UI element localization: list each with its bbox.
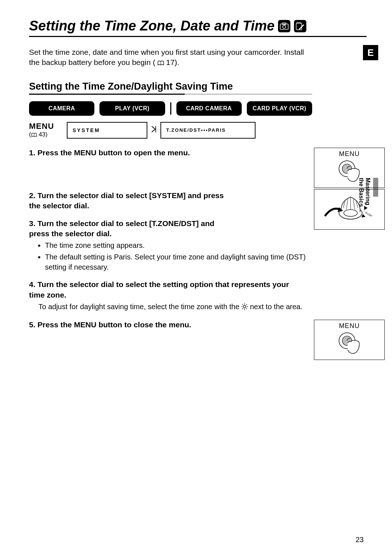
menu-box-system: SYSTEM: [67, 122, 147, 139]
svg-point-20: [244, 306, 246, 308]
step-2: 2. Turn the selector dial to select [SYS…: [29, 191, 312, 211]
step-5-illustration: MENU: [314, 320, 385, 360]
step-3-body: The time zone setting appears. The defau…: [38, 240, 312, 272]
intro-paragraph: Set the time zone, date and time when yo…: [29, 47, 305, 69]
section-heading: Setting the Time Zone/Daylight Saving Ti…: [29, 81, 367, 92]
manual-page: E Mastering the Basics Setting the Time …: [0, 0, 392, 557]
step-2-illustration: PUSH: [314, 189, 385, 230]
svg-line-26: [246, 308, 247, 309]
step-1-illustration: MENU: [314, 148, 385, 188]
mode-card-play-vcr: CARD PLAY (VCR): [247, 101, 312, 116]
menu-button-press-icon: [337, 159, 362, 183]
page-number: 23: [356, 536, 364, 544]
step-2-heading: 2. Turn the selector dial to select [SYS…: [29, 191, 225, 211]
title-rule: [29, 36, 367, 37]
svg-line-25: [242, 304, 243, 305]
card-camera-icon: [278, 20, 290, 32]
step-3-bullet-2: The default setting is Paris. Select you…: [45, 252, 312, 272]
mode-camera: CAMERA: [29, 101, 94, 116]
svg-rect-3: [296, 23, 302, 30]
step-4-body: To adjust for daylight saving time, sele…: [38, 302, 312, 312]
illus-label-menu: MENU: [339, 322, 360, 330]
steps-list: 1. Press the MENU button to open the men…: [29, 148, 312, 330]
step-4-heading: 4. Turn the selector dial to select the …: [29, 279, 305, 300]
intro-text-b: ).: [175, 58, 179, 66]
mode-card-camera: CARD CAMERA: [176, 101, 242, 116]
step-3: 3. Turn the selector dial to select [T.Z…: [29, 218, 312, 273]
selector-dial-icon: PUSH: [322, 192, 377, 224]
svg-text:PUSH: PUSH: [364, 211, 373, 218]
step-5-heading: 5. Press the MENU button to close the me…: [29, 320, 225, 330]
mode-row: CAMERA PLAY (VCR) CARD CAMERA CARD PLAY …: [29, 101, 312, 116]
svg-point-15: [344, 210, 358, 217]
language-tab: E: [363, 45, 378, 60]
card-write-icon: [294, 20, 306, 32]
svg-line-27: [246, 304, 247, 305]
step-5: 5. Press the MENU button to close the me…: [29, 320, 312, 330]
step-4: 4. Turn the selector dial to select the …: [29, 279, 312, 312]
step-4-body-a: To adjust for daylight saving time, sele…: [38, 303, 241, 311]
page-ref-icon: [31, 132, 37, 139]
step-1: 1. Press the MENU button to open the men…: [29, 148, 312, 158]
step-3-bullet-1: The time zone setting appears.: [45, 240, 312, 250]
menu-box-tzone: T.ZONE/DST•••PARIS: [160, 122, 256, 139]
mode-separator: [170, 102, 171, 115]
svg-point-2: [283, 25, 286, 28]
step-1-heading: 1. Press the MENU button to open the men…: [29, 148, 225, 158]
menu-label: MENU ( 43): [29, 122, 61, 139]
page-title: Setting the Time Zone, Date and Time: [29, 18, 367, 34]
step-3-heading: 3. Turn the selector dial to select [T.Z…: [29, 218, 225, 239]
menu-path-row: MENU ( 43) SYSTEM T.ZONE/DST•••PARIS: [29, 122, 276, 139]
svg-marker-17: [364, 206, 367, 210]
mode-play-vcr: PLAY (VCR): [99, 101, 165, 116]
page-ref-icon: [158, 58, 164, 68]
menu-ref: 43: [38, 131, 45, 138]
section-rule: [29, 94, 312, 95]
menu-label-text: MENU: [29, 122, 61, 131]
step-4-body-b: next to the area.: [250, 303, 303, 311]
illus-label-menu: MENU: [339, 150, 360, 158]
daylight-sun-icon: [241, 302, 248, 312]
page-title-text: Setting the Time Zone, Date and Time: [29, 18, 274, 34]
menu-arrow-icon: [151, 126, 157, 135]
menu-button-press-icon: [337, 331, 362, 355]
svg-line-28: [242, 308, 243, 309]
intro-ref: 17: [166, 58, 175, 66]
